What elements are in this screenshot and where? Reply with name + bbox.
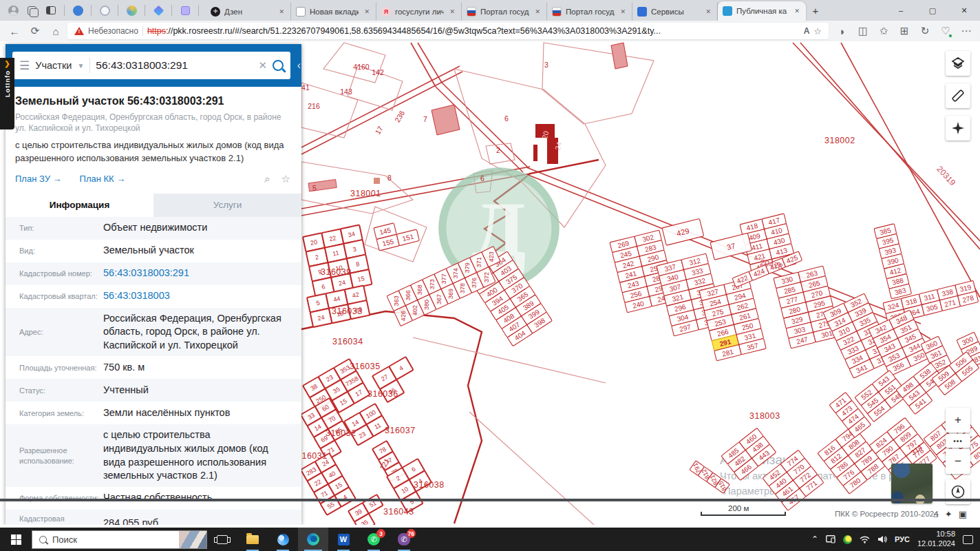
language-indicator[interactable]: РУС	[895, 535, 910, 543]
star-icon[interactable]: ✦	[945, 509, 952, 519]
attribute-label: Разрешенное использование:	[6, 446, 103, 466]
address-bar[interactable]: Небезопасно https://pkk.rosreestr.ru/#/s…	[67, 23, 829, 39]
basemap-thumbnail[interactable]	[891, 464, 933, 503]
tab-actions-icon[interactable]	[25, 4, 38, 17]
search-document-icon[interactable]: ⌕	[264, 173, 270, 185]
tab-services[interactable]: Услуги	[153, 194, 301, 217]
notification-center-icon[interactable]	[963, 535, 973, 544]
measure-button[interactable]	[946, 83, 970, 108]
plan-kk-link[interactable]: План КК →	[80, 174, 126, 184]
svg-text:366: 366	[405, 290, 412, 300]
whatsapp-badge: 3	[376, 529, 385, 538]
tab-information[interactable]: Информация	[6, 194, 153, 217]
search-input[interactable]: 56:43:0318003:291	[96, 59, 253, 72]
extension-sparkle-icon[interactable]	[152, 4, 164, 17]
close-tab-icon[interactable]: ✕	[448, 7, 456, 17]
search-category-select[interactable]: Участки	[35, 60, 72, 71]
collapse-panel-icon[interactable]: ‹	[297, 59, 301, 72]
svg-text:34: 34	[348, 231, 356, 239]
start-button[interactable]	[0, 528, 32, 551]
settings-menu-icon[interactable]: ⋯	[958, 23, 974, 39]
minimize-button[interactable]: –	[885, 0, 917, 21]
task-view-button[interactable]	[207, 528, 237, 551]
favorite-star-icon[interactable]: ☆	[813, 26, 822, 37]
refresh-button[interactable]: ⟳	[26, 23, 44, 39]
collections-icon[interactable]: ⊞	[896, 23, 913, 39]
taskbar-search[interactable]: Поиск	[32, 530, 207, 549]
svg-text:6: 6	[504, 114, 509, 123]
viber-icon[interactable]: 76	[389, 528, 419, 551]
clear-search-icon[interactable]: ✕	[258, 59, 267, 72]
maximize-button[interactable]: ▢	[917, 0, 948, 21]
attribute-row: Категория земель:Земли населённых пункто…	[6, 402, 301, 424]
basemap-icon[interactable]: ▣	[959, 509, 967, 519]
security-warning-label[interactable]: Небезопасно	[88, 26, 138, 36]
attribute-value[interactable]: 56:43:0318003	[103, 289, 301, 303]
favorites-icon[interactable]: ✩	[875, 23, 892, 39]
hidden-icons-chevron[interactable]: ⌃	[811, 534, 818, 544]
services-icon	[637, 7, 647, 17]
attribute-value: Объект недвижимости	[103, 221, 301, 235]
wifi-icon[interactable]	[860, 535, 870, 543]
extension-blue-icon[interactable]	[72, 4, 84, 17]
lotinfo-extension-tab[interactable]: ❯ LotInfo	[0, 58, 14, 129]
extension-color-icon[interactable]	[125, 4, 138, 17]
browser-tab[interactable]: Публичная ка✕	[718, 1, 806, 21]
home-button[interactable]: ⌂	[47, 23, 65, 39]
svg-text:24: 24	[317, 314, 326, 322]
photos-app-icon[interactable]	[268, 528, 298, 551]
attribute-row: Кадастровый квартал:56:43:0318003	[6, 285, 301, 308]
close-window-button[interactable]: ✕	[948, 0, 980, 21]
copilot-icon[interactable]: ◗	[834, 23, 851, 39]
browser-tab[interactable]: Портал госуда✕	[547, 2, 632, 21]
whatsapp-icon[interactable]: 3	[359, 528, 389, 551]
browser-essentials-icon[interactable]: ♡	[937, 23, 954, 39]
url-text[interactable]: https://pkk.rosreestr.ru/#/search/51.223…	[147, 26, 800, 36]
edge-browser-icon[interactable]	[298, 528, 328, 551]
new-tab-button[interactable]: +	[806, 1, 825, 20]
word-app-icon[interactable]: W	[328, 528, 359, 551]
close-tab-icon[interactable]: ✕	[363, 7, 371, 17]
back-button[interactable]: ←	[6, 23, 23, 39]
plan-zu-link[interactable]: План ЗУ →	[15, 174, 62, 184]
search-icon[interactable]	[273, 60, 284, 71]
menu-icon[interactable]: ☰	[19, 59, 30, 73]
browser-tab[interactable]: Портал госуда✕	[462, 2, 547, 21]
search-box[interactable]: ☰ Участки ▼ 56:43:0318003:291 ✕	[12, 52, 290, 79]
quarter-label: 316038	[414, 480, 445, 490]
attribute-label: Статус:	[6, 386, 103, 395]
split-screen-icon[interactable]: ◫	[855, 23, 871, 39]
quarter-label: 316039	[321, 267, 352, 277]
clock[interactable]: 10:58 12.01.2024	[917, 530, 955, 549]
favorite-star-icon[interactable]: ☆	[281, 173, 290, 185]
browser-tab[interactable]: Новая вкладк✕	[291, 2, 376, 21]
extension-gray-icon[interactable]	[98, 4, 111, 17]
close-tab-icon[interactable]: ✕	[277, 7, 286, 17]
close-tab-icon[interactable]: ✕	[619, 7, 627, 17]
find-point-button[interactable]	[946, 116, 970, 141]
close-tab-icon[interactable]: ✕	[793, 6, 801, 16]
browser-tab[interactable]: Дзен✕	[206, 2, 291, 21]
svg-text:142: 142	[372, 68, 384, 76]
parcel-block: 816794812808786827776789780788	[818, 425, 885, 494]
workspaces-icon[interactable]	[45, 4, 57, 17]
close-tab-icon[interactable]: ✕	[704, 7, 712, 17]
antivirus-tray-icon[interactable]	[843, 535, 852, 544]
layers-button[interactable]	[946, 51, 970, 76]
profile-avatar-icon[interactable]	[8, 6, 19, 16]
extension-purple-icon[interactable]	[179, 4, 191, 17]
home-icon[interactable]: ⌂	[933, 509, 939, 519]
zoom-in-button[interactable]: +	[946, 408, 970, 433]
close-tab-icon[interactable]: ✕	[533, 7, 542, 17]
browser-tab[interactable]: Ягосуслуги лич✕	[376, 2, 462, 21]
devices-icon[interactable]	[826, 535, 835, 543]
volume-icon[interactable]	[877, 535, 887, 543]
browser-tab[interactable]: Сервисы✕	[632, 2, 718, 21]
attribute-value[interactable]: 56:43:0318003:291	[103, 267, 301, 280]
read-aloud-icon[interactable]: A	[804, 26, 810, 36]
map-footer-icons[interactable]: ⌂✦▣	[933, 509, 973, 519]
zoom-out-button[interactable]: −	[946, 449, 970, 474]
history-icon[interactable]: ↻	[917, 23, 933, 39]
file-explorer-icon[interactable]	[237, 528, 268, 551]
more-tools-button[interactable]: •••	[946, 434, 970, 448]
